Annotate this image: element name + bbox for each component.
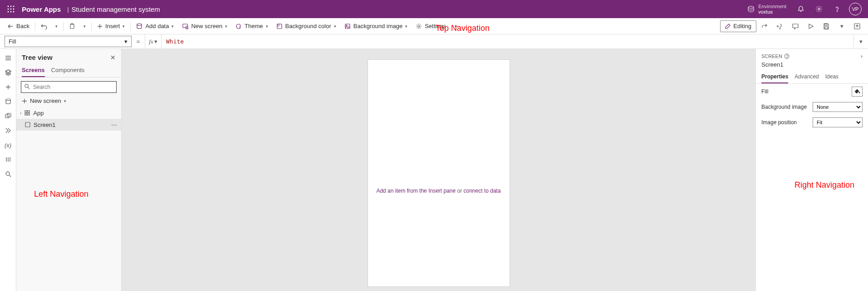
svg-point-8 (13, 11, 15, 13)
variables-rail-icon[interactable]: (x) (0, 138, 16, 152)
app-checker-icon[interactable] (773, 19, 787, 34)
svg-rect-34 (25, 113, 27, 115)
theme-button[interactable]: Theme▾ (232, 19, 271, 34)
save-icon[interactable] (819, 19, 834, 34)
add-data-button[interactable]: Add data▾ (132, 19, 177, 34)
svg-rect-24 (825, 24, 827, 25)
app-header: Power Apps | Student management system E… (0, 0, 868, 18)
tree-view-icon[interactable] (0, 65, 16, 80)
save-dropdown[interactable]: ▾ (834, 19, 849, 34)
tools-rail-icon[interactable] (0, 152, 16, 167)
user-avatar[interactable]: VP (849, 3, 862, 15)
tab-properties[interactable]: Properties (761, 71, 788, 83)
svg-rect-18 (277, 24, 280, 26)
svg-point-0 (8, 6, 9, 7)
screen-canvas[interactable]: Add an item from the Insert pane or conn… (368, 60, 510, 286)
tree-title: Tree view (22, 53, 53, 61)
data-rail-icon[interactable] (0, 94, 16, 109)
svg-point-11 (837, 11, 837, 11)
tab-ideas[interactable]: Ideas (825, 71, 839, 83)
paste-dropdown[interactable]: ▾ (80, 19, 89, 34)
svg-point-5 (13, 9, 15, 10)
insert-button[interactable]: Insert▾ (93, 19, 129, 34)
brand-label[interactable]: Power Apps (18, 5, 64, 13)
tab-screens[interactable]: Screens (22, 64, 45, 77)
equals-label: = (132, 34, 145, 48)
svg-point-21 (418, 25, 420, 27)
paste-button[interactable] (65, 19, 79, 34)
screen-heading: SCREEN (761, 53, 790, 59)
share-icon[interactable] (757, 19, 772, 34)
svg-point-23 (777, 25, 779, 27)
close-icon[interactable]: ✕ (110, 54, 116, 61)
svg-point-31 (25, 84, 28, 87)
help-icon[interactable] (828, 0, 846, 18)
svg-point-30 (6, 172, 10, 175)
tab-advanced[interactable]: Advanced (794, 71, 819, 83)
undo-button[interactable] (37, 19, 51, 34)
tree-node-screen1[interactable]: Screen1 ⋯ (16, 119, 121, 131)
prop-bgimage-label: Background image (761, 104, 807, 110)
overflow-button[interactable]: ⋯ (451, 19, 464, 34)
connect-data-link[interactable]: connect to data (464, 188, 501, 194)
media-rail-icon[interactable] (0, 109, 16, 123)
svg-point-4 (10, 9, 12, 10)
insert-pane-link[interactable]: Add an item from the Insert pane (376, 188, 456, 194)
env-label: Environment (758, 4, 786, 9)
svg-point-38 (787, 57, 787, 58)
svg-rect-19 (345, 24, 350, 29)
chevron-down-icon: ▾ (124, 38, 128, 45)
selected-name: Screen1 (756, 61, 868, 71)
environment-picker[interactable]: Environment voxtus (747, 4, 786, 15)
svg-point-1 (10, 6, 12, 7)
svg-rect-36 (25, 122, 30, 127)
node-more-icon[interactable]: ⋯ (111, 121, 118, 128)
preview-icon[interactable] (804, 19, 818, 34)
chevron-right-icon[interactable]: › (861, 53, 863, 59)
app-name: Student management system (72, 5, 160, 13)
svg-point-22 (780, 28, 780, 29)
svg-rect-33 (28, 111, 29, 112)
fill-color-button[interactable] (852, 87, 863, 97)
flows-rail-icon[interactable] (0, 123, 16, 138)
svg-point-27 (6, 99, 10, 101)
tree-search-input[interactable] (21, 81, 117, 93)
search-rail-icon[interactable] (0, 167, 16, 181)
new-screen-tree-button[interactable]: New screen ▾ (16, 95, 121, 107)
img-pos-select[interactable]: Fit (813, 117, 863, 127)
new-screen-button[interactable]: New screen▾ (178, 19, 231, 34)
bg-image-select[interactable]: None (813, 102, 863, 112)
tab-components[interactable]: Components (51, 64, 85, 77)
expand-formula-icon[interactable]: ▾ (853, 34, 868, 48)
publish-icon[interactable] (850, 19, 864, 34)
env-name: voxtus (758, 9, 786, 15)
formula-input[interactable] (162, 34, 853, 48)
settings-gear-icon[interactable] (810, 0, 828, 18)
insert-rail-icon[interactable] (0, 80, 16, 94)
bg-image-button[interactable]: Background image▾ (341, 19, 411, 34)
notifications-icon[interactable] (792, 0, 810, 18)
undo-dropdown[interactable]: ▾ (52, 19, 61, 34)
bg-color-button[interactable]: Background color▾ (273, 19, 340, 34)
hamburger-icon[interactable] (0, 51, 16, 65)
fx-button[interactable]: fx▾ (145, 34, 162, 48)
svg-point-20 (346, 25, 347, 26)
svg-rect-25 (825, 27, 828, 29)
settings-button[interactable]: Settings (412, 19, 450, 34)
left-rail: (x) (0, 49, 16, 291)
svg-point-7 (10, 11, 12, 13)
comments-icon[interactable] (788, 19, 803, 34)
canvas-placeholder: Add an item from the Insert pane or conn… (368, 188, 510, 194)
properties-panel: SCREEN › Screen1 Properties Advanced Ide… (755, 49, 868, 291)
prop-imgpos-label: Image position (761, 119, 797, 126)
tree-view-panel: Tree view ✕ Screens Components New scree… (16, 49, 122, 291)
back-button[interactable]: Back (4, 19, 33, 34)
svg-rect-32 (25, 111, 27, 112)
svg-point-3 (8, 9, 9, 10)
svg-point-14 (137, 24, 142, 25)
tree-node-app[interactable]: › App (16, 107, 121, 119)
editing-mode-button[interactable]: Editing (720, 20, 756, 32)
property-selector[interactable]: Fill ▾ (5, 36, 132, 47)
canvas-area: Add an item from the Insert pane or conn… (122, 49, 755, 291)
app-launcher-icon[interactable] (4, 2, 18, 16)
